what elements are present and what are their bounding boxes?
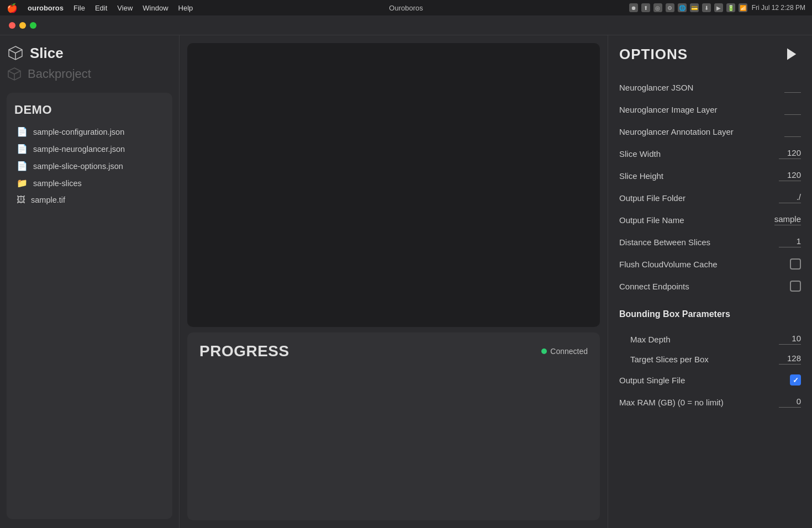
backproject-row: Backproject [7, 66, 172, 82]
option-label: Output Single File [619, 376, 685, 385]
flush-cache-checkbox[interactable] [790, 258, 801, 270]
slice-title-row: Slice [7, 44, 172, 62]
menubar-datetime: Fri Jul 12 2:28 PM [752, 4, 805, 12]
option-row-neuroglancer-json: Neuroglancer JSON [619, 76, 801, 98]
list-item[interactable]: 📄 sample-slice-options.json [14, 159, 165, 173]
bounding-box-header-row: Bounding Box Parameters [619, 297, 801, 329]
menu-help[interactable]: Help [178, 4, 193, 12]
close-button[interactable] [9, 22, 15, 29]
menubar: 🍎 ouroboros File Edit View Window Help O… [0, 0, 812, 15]
list-item[interactable]: 🖼 sample.tif [14, 193, 165, 207]
traffic-lights [9, 22, 36, 29]
icon-3: ◎ [653, 3, 662, 12]
file-name: sample-slice-options.json [33, 162, 123, 171]
option-value[interactable]: 1 [779, 236, 801, 247]
option-label: Neuroglancer Annotation Layer [619, 127, 734, 136]
icon-2: ⬆ [641, 3, 650, 12]
file-tree-card: DEMO 📄 sample-configuration.json 📄 sampl… [7, 93, 172, 519]
menu-file[interactable]: File [73, 4, 85, 12]
sidebar-header: Slice Backproject [7, 44, 172, 82]
minimize-button[interactable] [19, 22, 26, 29]
sidebar-sub-title: Backproject [28, 67, 91, 81]
option-row-slice-width: Slice Width 120 [619, 142, 801, 165]
progress-title: PROGRESS [199, 342, 289, 360]
svg-line-5 [8, 71, 14, 75]
icon-5: 🌐 [678, 3, 687, 12]
menubar-title: Ouroboros [389, 4, 423, 12]
maximize-button[interactable] [30, 22, 36, 29]
option-row-max-depth: Max Depth 10 [619, 329, 801, 349]
option-value[interactable]: ./ [779, 192, 801, 203]
options-title: OPTIONS [619, 46, 688, 63]
menu-window[interactable]: Window [143, 4, 168, 12]
options-panel: OPTIONS Neuroglancer JSON Neuroglancer I… [608, 35, 812, 528]
option-label: Neuroglancer Image Layer [619, 105, 718, 114]
connect-endpoints-checkbox[interactable] [790, 281, 801, 292]
sidebar: Slice Backproject DEMO 📄 sample-configur… [0, 35, 180, 528]
option-value-blank[interactable] [784, 104, 801, 115]
wifi-icon: 📶 [739, 3, 747, 12]
menu-edit[interactable]: Edit [95, 4, 107, 12]
app-name[interactable]: ouroboros [28, 4, 64, 12]
option-label: Connect Endpoints [619, 282, 689, 291]
icon-6: 💳 [690, 3, 699, 12]
option-label: Max RAM (GB) (0 = no limit) [619, 398, 724, 407]
option-row-distance: Distance Between Slices 1 [619, 231, 801, 253]
menubar-right: ⏺ ⬆ ◎ ⚙ 🌐 💳 ⬇ ▶ 🔋 📶 Fri Jul 12 2:28 PM [629, 3, 805, 12]
list-item[interactable]: 📄 sample-neuroglancer.json [14, 142, 165, 156]
icon-4: ⚙ [666, 3, 674, 12]
option-row-flush-cache: Flush CloudVolume Cache [619, 253, 801, 275]
option-row-output-name: Output File Name sample [619, 209, 801, 231]
option-label: Flush CloudVolume Cache [619, 260, 718, 269]
center-content: PROGRESS Connected [180, 35, 608, 528]
file-doc-icon: 📄 [17, 126, 28, 137]
option-value-blank[interactable] [784, 126, 801, 137]
option-value[interactable]: sample [774, 214, 801, 225]
connected-status: Connected [550, 347, 588, 356]
option-label: Neuroglancer JSON [619, 83, 693, 92]
sidebar-main-title: Slice [30, 45, 64, 62]
viewer-panel [187, 43, 600, 327]
file-list: 📄 sample-configuration.json 📄 sample-neu… [14, 125, 165, 207]
option-label: Output File Folder [619, 193, 686, 203]
option-value[interactable]: 128 [779, 353, 801, 365]
option-label: Slice Height [619, 171, 663, 181]
option-value[interactable]: 120 [779, 170, 801, 181]
image-file-icon: 🖼 [17, 195, 25, 205]
option-value[interactable]: 0 [779, 397, 801, 408]
file-name: sample-neuroglancer.json [33, 145, 125, 154]
list-item[interactable]: 📁 sample-slices [14, 176, 165, 190]
icon-1: ⏺ [629, 3, 638, 12]
apple-menu[interactable]: 🍎 [7, 3, 18, 13]
option-label: Target Slices per Box [630, 355, 709, 364]
demo-label: DEMO [14, 103, 165, 117]
option-label: Output File Name [619, 215, 684, 225]
run-button[interactable] [781, 44, 801, 64]
slice-icon [7, 44, 24, 62]
option-row-neuroglancer-annotation: Neuroglancer Annotation Layer [619, 120, 801, 142]
option-row-target-slices: Target Slices per Box 128 [619, 349, 801, 369]
progress-header: PROGRESS Connected [199, 342, 588, 360]
svg-line-2 [15, 50, 22, 53]
svg-line-6 [14, 71, 20, 75]
option-value-blank[interactable] [784, 82, 801, 93]
option-label: Slice Width [619, 149, 661, 159]
list-item[interactable]: 📄 sample-configuration.json [14, 125, 165, 139]
option-row-output-single: Output Single File [619, 369, 801, 391]
svg-line-1 [9, 50, 15, 53]
menu-view[interactable]: View [117, 4, 133, 12]
svg-marker-8 [787, 49, 796, 60]
option-row-max-ram: Max RAM (GB) (0 = no limit) 0 [619, 391, 801, 413]
main-layout: Slice Backproject DEMO 📄 sample-configur… [0, 35, 812, 528]
file-doc-icon: 📄 [17, 161, 28, 171]
option-row-output-folder: Output File Folder ./ [619, 187, 801, 209]
output-single-checkbox[interactable] [790, 374, 801, 386]
connected-dot [541, 349, 547, 354]
option-value[interactable]: 10 [779, 334, 801, 345]
option-value[interactable]: 120 [779, 148, 801, 159]
connected-badge: Connected [541, 347, 588, 356]
file-name: sample-configuration.json [33, 128, 124, 136]
battery-icon: 🔋 [726, 3, 735, 12]
option-label: Max Depth [630, 335, 671, 344]
play-icon [783, 46, 799, 62]
